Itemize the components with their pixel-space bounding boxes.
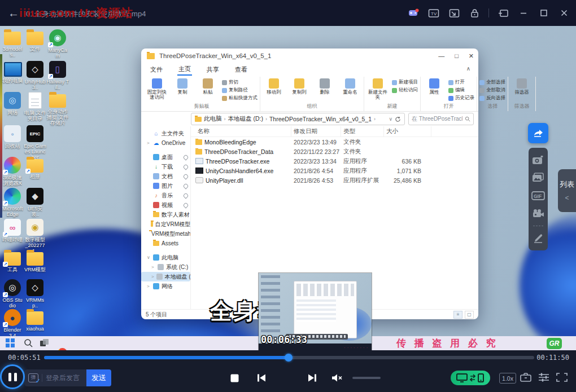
danmaku-input[interactable]: 弹✓ 登录后发言 发送 — [25, 369, 111, 386]
images-button[interactable] — [532, 172, 544, 183]
table-row[interactable]: UnityCrashHandler64.exe2021/8/26 4:54应用程… — [191, 166, 478, 175]
camera-button[interactable] — [532, 155, 544, 166]
fullscreen-button[interactable] — [556, 372, 568, 383]
seek-bar-thumb[interactable] — [285, 354, 293, 362]
sidebar-item-文档[interactable]: 文档 — [141, 171, 190, 181]
settings-button[interactable] — [538, 372, 550, 383]
camcorder-button[interactable] — [532, 208, 544, 219]
toolbox-button[interactable] — [520, 372, 532, 383]
gif-button[interactable]: GIF — [532, 190, 544, 201]
ribbon-button-新建文件夹[interactable]: 新建文件夹 — [366, 77, 389, 100]
tab-文件[interactable]: 文件 — [149, 64, 164, 75]
desktop-icon-ue5-[interactable]: ◆UE5安装.. — [24, 188, 46, 217]
ribbon-button-剪切[interactable]: 剪切 — [222, 79, 258, 86]
ribbon-button-轻松访问[interactable]: 轻松访问 — [392, 87, 418, 94]
minimize-icon[interactable] — [517, 7, 530, 19]
ribbon-button-属性[interactable]: 属性 — [423, 77, 446, 95]
expand-chevron-icon[interactable]: > — [151, 274, 154, 279]
desktop-icon-microsoft-edge[interactable]: ↗Microsoft Edge — [1, 188, 24, 217]
ribbon-button-新建项目[interactable]: 新建项目 — [392, 79, 418, 86]
sidebar-item-OneDrive[interactable]: >☁OneDrive — [141, 138, 190, 148]
explorer-maximize-button[interactable]: □ — [455, 52, 459, 59]
start-button-icon[interactable] — [6, 338, 15, 348]
previous-button[interactable] — [256, 373, 267, 382]
ribbon-collapse-icon[interactable]: ∧ — [466, 65, 470, 72]
breadcrumb-item[interactable]: 此电脑 — [204, 115, 222, 123]
seek-bar[interactable] — [44, 356, 534, 359]
column-header-名称[interactable]: 名称 — [195, 126, 291, 136]
expand-chevron-icon[interactable]: > — [151, 265, 155, 270]
expand-chevron-icon[interactable]: > — [147, 284, 151, 289]
table-row[interactable]: ThreeDPoseTracker_Data2022/11/22 23:27文件… — [191, 147, 478, 156]
desktop-icon-unityhub-3-[interactable]: ◇UnityHub 3.. — [24, 61, 46, 90]
desktop-icon--2022771-[interactable]: ◉数字模型 _2022771.. — [24, 219, 46, 254]
column-header-修改日期[interactable]: 修改日期 — [291, 126, 341, 136]
desktop-icon-xiaohua[interactable]: xiaohua — [24, 309, 46, 332]
tv-icon[interactable]: TV — [427, 7, 440, 19]
refresh-icon[interactable] — [395, 116, 401, 122]
tab-共享[interactable]: 共享 — [206, 64, 220, 75]
gamepad-icon[interactable] — [407, 7, 420, 19]
ribbon-button-删除[interactable]: 删除 — [313, 77, 336, 95]
sidebar-item-数字人素材[interactable]: 数字人素材 — [141, 210, 190, 219]
mute-button[interactable] — [331, 373, 343, 382]
desktop-icon-epic-games-launcher[interactable]: EPICEpic Games Launcher — [24, 125, 46, 160]
chrome-icon[interactable] — [58, 348, 67, 350]
ribbon-button-打开[interactable]: 打开 — [448, 79, 474, 86]
ribbon-button-反向选择[interactable]: 反向选择 — [479, 95, 505, 102]
play-pause-button[interactable] — [0, 364, 25, 389]
sidebar-item-网络[interactable]: >网络 — [141, 281, 190, 291]
expand-chevron-icon[interactable]: ∨ — [147, 255, 151, 260]
table-row[interactable]: MonoBleedingEdge2022/3/23 13:49文件夹 — [191, 137, 478, 147]
column-header-类型[interactable]: 类型 — [341, 126, 384, 136]
search-input[interactable]: 在 ThreeDPoseTracker_... — [408, 113, 474, 125]
sidebar-item-此电脑[interactable]: ∨此电脑 — [141, 253, 190, 262]
task-view-icon[interactable] — [40, 338, 49, 348]
ribbon-button-复制到[interactable]: 复制到 — [288, 77, 311, 95]
lock-icon[interactable] — [468, 7, 481, 19]
breadcrumb-item[interactable]: 本地磁盘 (D:) — [228, 115, 263, 123]
desktop-icon-vrm-[interactable]: VRM模型 — [24, 250, 46, 272]
playback-speed-button[interactable]: 1.0x — [499, 373, 516, 384]
sidebar-item-自定VRM模型[interactable]: 自定VRM模型 — [141, 219, 190, 229]
details-view-button[interactable]: ≡ — [453, 311, 462, 319]
explorer-minimize-button[interactable]: — — [438, 52, 444, 59]
sidebar-item-VRM模型metahun[interactable]: VRM模型metahun — [141, 229, 190, 239]
share-button[interactable] — [528, 123, 548, 143]
tab-查看[interactable]: 查看 — [234, 64, 248, 75]
desktop-icon--[interactable]: 全身动作捕捉 文件存储片 — [46, 92, 69, 126]
ribbon-button-编辑[interactable]: 编辑 — [448, 87, 474, 94]
ribbon-button-粘贴[interactable]: 粘贴 — [197, 77, 219, 95]
desktop-icon--[interactable]: ∞↗哔哩哔哩 — [1, 219, 24, 243]
desktop-icon-vrmmsp-[interactable]: ◇VRMMsp.. — [24, 279, 46, 309]
explorer-titlebar[interactable]: ThreeDPoseTracker_Win_x64_v0_5_1 — □ ✕ — [141, 49, 478, 63]
ribbon-button-粘贴快捷方式[interactable]: 粘贴快捷方式 — [222, 95, 258, 102]
sidebar-item-桌面[interactable]: 桌面 — [141, 152, 190, 162]
address-dropdown-icon[interactable]: ∨ — [389, 116, 392, 122]
sidebar-item-视频[interactable]: 视频 — [141, 200, 190, 210]
sidebar-item-主文件夹[interactable]: ⌂主文件夹 — [141, 129, 190, 138]
pip-window-icon[interactable] — [497, 7, 509, 19]
desktop-icon--[interactable]: ◦回收站 — [1, 125, 24, 149]
sidebar-item-音乐[interactable]: ♪音乐 — [141, 191, 190, 200]
explorer-close-button[interactable]: ✕ — [469, 52, 474, 60]
ribbon-button-复制[interactable]: 复制 — [171, 77, 194, 95]
desktop-icon-hallway-til-[interactable]: ▯↗Hallway Til.. — [46, 61, 69, 90]
sidebar-item-Assets[interactable]: Assets — [141, 239, 190, 248]
desktop-icon-blender-3-4[interactable]: ●↗Blender 3.4 — [1, 309, 24, 338]
ribbon-button-重命名[interactable]: 重命名 — [339, 77, 361, 95]
ribbon-button-筛选器[interactable]: 筛选器 — [510, 77, 533, 95]
desktop-icon--[interactable]: ◎网络 — [1, 92, 24, 116]
volume-slider[interactable] — [352, 377, 381, 379]
screen-cast-icon[interactable] — [448, 7, 460, 19]
ribbon-button-全部取消[interactable]: 全部取消 — [479, 87, 505, 94]
desktop-icon--[interactable]: 文件 — [24, 29, 46, 52]
sidebar-item-下载[interactable]: ↓下载 — [141, 162, 190, 171]
desktop-icon-360-x[interactable]: ↗360极速浏览器X — [1, 157, 24, 186]
playlist-tab[interactable]: 列表 < — [558, 169, 576, 212]
desktop-icon-3dmodels-[interactable]: 3dmodels.. — [1, 29, 24, 58]
maximize-icon[interactable] — [538, 7, 550, 19]
cast-to-device-button[interactable] — [451, 371, 490, 385]
expand-chevron-icon[interactable]: > — [147, 140, 151, 146]
table-row[interactable]: ThreeDPoseTracker.exe2022/3/23 13:34应用程序… — [191, 156, 478, 166]
